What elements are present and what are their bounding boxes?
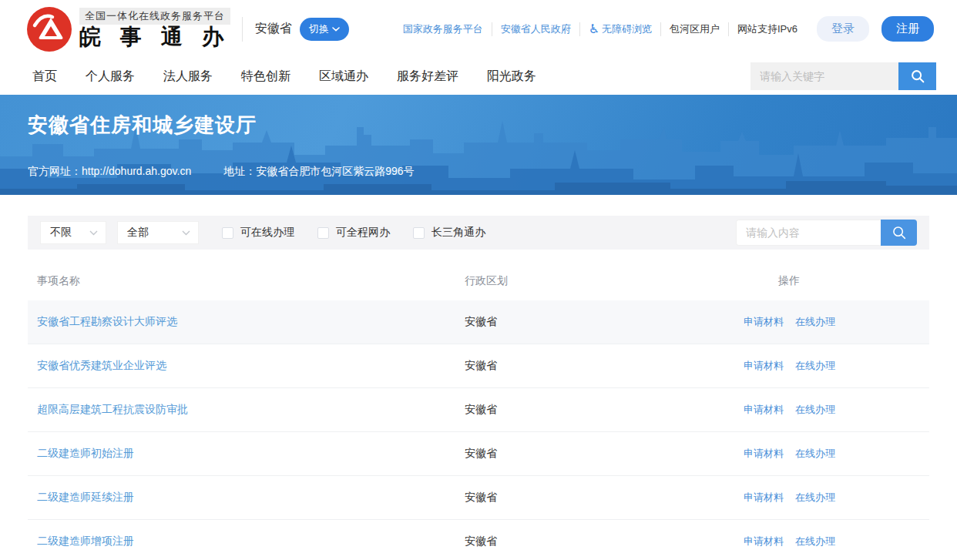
- nav-item-legal[interactable]: 法人服务: [163, 69, 213, 85]
- header-links: 国家政务服务平台 安徽省人民政府 ♿ 无障碍浏览 包河区用户 网站支持IPv6 …: [395, 16, 934, 42]
- item-name-link[interactable]: 二级建造师增项注册: [37, 535, 134, 547]
- item-name-link[interactable]: 二级建造师初始注册: [37, 447, 134, 459]
- link-baohe-user[interactable]: 包河区用户: [660, 22, 728, 36]
- apply-materials-link[interactable]: 申请材料: [744, 491, 784, 505]
- content-search-input[interactable]: [736, 220, 881, 246]
- top-header: 全国一体化在线政务服务平台 皖事通办 安徽省 切换 国家政务服务平台 安徽省人民…: [0, 0, 957, 58]
- department-banner: 安徽省住房和城乡建设厅 官方网址：http://dohurd.ah.gov.cn…: [0, 95, 957, 195]
- chevron-down-icon: [332, 27, 340, 32]
- link-ipv6[interactable]: 网站支持IPv6: [728, 22, 806, 36]
- checkbox-fully-online[interactable]: 可全程网办: [317, 226, 390, 240]
- nav-search: [750, 62, 936, 90]
- handle-online-link[interactable]: 在线办理: [795, 447, 835, 461]
- table-row: 安徽省优秀建筑业企业评选 安徽省 申请材料 在线办理: [28, 344, 929, 388]
- apply-materials-link[interactable]: 申请材料: [744, 315, 784, 329]
- apply-materials-link[interactable]: 申请材料: [744, 403, 784, 417]
- site-logo-icon: [27, 7, 72, 52]
- switch-region-button[interactable]: 切换: [300, 18, 349, 41]
- checkbox-icon: [222, 227, 233, 239]
- table-row: 超限高层建筑工程抗震设防审批 安徽省 申请材料 在线办理: [28, 388, 929, 432]
- column-header-region: 行政区划: [465, 274, 744, 288]
- region-dropdown[interactable]: 不限: [40, 221, 106, 244]
- row-region: 安徽省: [465, 315, 744, 329]
- checkbox-icon: [317, 227, 329, 239]
- site-name: 皖事通办: [79, 25, 237, 49]
- handle-online-link[interactable]: 在线办理: [795, 315, 835, 329]
- brand-block: 全国一体化在线政务服务平台 皖事通办: [79, 8, 237, 49]
- filter-bar: 不限 全部 可在线办理 可全程网办 长三角通办: [28, 216, 929, 250]
- item-name-link[interactable]: 安徽省优秀建筑业企业评选: [37, 359, 166, 371]
- platform-tagline: 全国一体化在线政务服务平台: [79, 8, 230, 25]
- keyword-search-input[interactable]: [750, 62, 898, 90]
- official-website: 官方网址：http://dohurd.ah.gov.cn: [28, 165, 191, 179]
- link-anhui-gov[interactable]: 安徽省人民政府: [492, 22, 579, 36]
- checkbox-icon: [413, 227, 425, 239]
- handle-online-link[interactable]: 在线办理: [795, 535, 835, 548]
- row-region: 安徽省: [465, 359, 744, 373]
- apply-materials-link[interactable]: 申请材料: [744, 359, 784, 373]
- link-accessibility[interactable]: ♿ 无障碍浏览: [579, 22, 660, 36]
- handle-online-link[interactable]: 在线办理: [795, 403, 835, 417]
- checkbox-online-label: 可在线办理: [240, 226, 294, 240]
- row-region: 安徽省: [465, 403, 744, 417]
- nav-item-regional[interactable]: 区域通办: [319, 69, 368, 85]
- table-header: 事项名称 行政区划 操作: [28, 250, 929, 300]
- chevron-down-icon: [182, 230, 190, 236]
- nav-item-personal[interactable]: 个人服务: [86, 69, 135, 85]
- row-region: 安徽省: [465, 535, 744, 548]
- department-title: 安徽省住房和城乡建设厅: [28, 112, 929, 139]
- item-name-link[interactable]: 超限高层建筑工程抗震设防审批: [37, 403, 188, 415]
- checkbox-fully-online-label: 可全程网办: [336, 226, 390, 240]
- nav-item-sunshine[interactable]: 阳光政务: [487, 69, 536, 85]
- checkbox-yangtze-delta-label: 长三角通办: [431, 226, 485, 240]
- login-button[interactable]: 登录: [817, 16, 869, 42]
- register-button[interactable]: 注册: [881, 16, 934, 42]
- table-row: 二级建造师初始注册 安徽省 申请材料 在线办理: [28, 432, 929, 476]
- main-content: 不限 全部 可在线办理 可全程网办 长三角通办: [28, 216, 929, 560]
- table-row: 二级建造师延续注册 安徽省 申请材料 在线办理: [28, 476, 929, 520]
- apply-materials-link[interactable]: 申请材料: [744, 447, 784, 461]
- accessibility-label: 无障碍浏览: [602, 22, 652, 36]
- filter-search: [736, 220, 917, 246]
- nav-item-rating[interactable]: 服务好差评: [397, 69, 458, 85]
- handle-online-link[interactable]: 在线办理: [795, 491, 835, 505]
- table-row: 二级建造师增项注册 安徽省 申请材料 在线办理: [28, 520, 929, 560]
- link-national-platform[interactable]: 国家政务服务平台: [395, 22, 492, 36]
- column-header-actions: 操作: [744, 274, 920, 288]
- switch-label: 切换: [309, 22, 329, 36]
- nav-item-innovation[interactable]: 特色创新: [241, 69, 290, 85]
- divider: [242, 17, 243, 42]
- department-info: 官方网址：http://dohurd.ah.gov.cn 地址：安徽省合肥市包河…: [28, 165, 929, 179]
- accessibility-icon: ♿: [589, 23, 599, 35]
- checkbox-yangtze-delta[interactable]: 长三角通办: [413, 226, 485, 240]
- search-icon: [891, 224, 908, 241]
- search-icon: [909, 68, 926, 85]
- chevron-down-icon: [89, 230, 98, 236]
- nav-item-home[interactable]: 首页: [32, 69, 57, 85]
- row-region: 安徽省: [465, 491, 744, 505]
- region-dropdown-value: 不限: [50, 226, 72, 240]
- type-dropdown[interactable]: 全部: [117, 221, 199, 244]
- handle-online-link[interactable]: 在线办理: [795, 359, 835, 373]
- content-search-button[interactable]: [881, 220, 917, 246]
- item-name-link[interactable]: 安徽省工程勘察设计大师评选: [37, 315, 177, 327]
- column-header-item-name: 事项名称: [37, 274, 465, 288]
- apply-materials-link[interactable]: 申请材料: [744, 535, 784, 548]
- keyword-search-button[interactable]: [898, 62, 936, 90]
- checkbox-online[interactable]: 可在线办理: [222, 226, 294, 240]
- department-address: 地址：安徽省合肥市包河区紫云路996号: [223, 165, 414, 179]
- row-region: 安徽省: [465, 447, 744, 461]
- main-nav: 首页 个人服务 法人服务 特色创新 区域通办 服务好差评 阳光政务: [0, 58, 957, 95]
- type-dropdown-value: 全部: [127, 226, 149, 240]
- item-name-link[interactable]: 二级建造师延续注册: [37, 491, 134, 503]
- current-region-label: 安徽省: [255, 21, 292, 37]
- table-row: 安徽省工程勘察设计大师评选 安徽省 申请材料 在线办理: [28, 300, 929, 344]
- banner-content: 安徽省住房和城乡建设厅 官方网址：http://dohurd.ah.gov.cn…: [0, 95, 957, 179]
